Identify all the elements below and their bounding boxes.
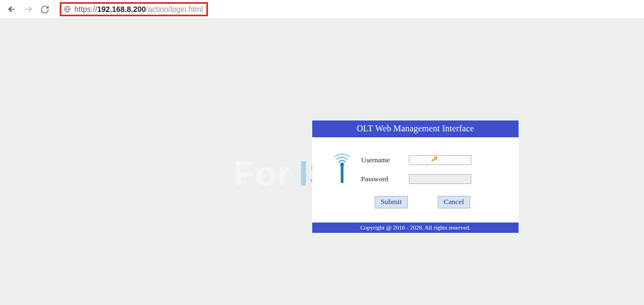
button-row: Submit Cancel bbox=[323, 196, 508, 208]
url-path: /action/login.html bbox=[146, 5, 203, 14]
globe-icon bbox=[64, 5, 71, 13]
back-button[interactable] bbox=[7, 4, 17, 15]
address-bar[interactable]: https://192.168.8.200/action/login.html bbox=[55, 2, 637, 17]
svg-point-7 bbox=[434, 156, 437, 160]
username-input[interactable] bbox=[409, 155, 471, 165]
url-text: https://192.168.8.200/action/login.html bbox=[74, 5, 203, 14]
page-body: ForISP OLT Web Management Interface Use bbox=[0, 19, 644, 305]
login-card: OLT Web Management Interface Username bbox=[312, 120, 519, 233]
watermark-part1: For bbox=[233, 154, 291, 193]
logo-column bbox=[323, 152, 361, 184]
cancel-button[interactable]: Cancel bbox=[438, 196, 470, 208]
svg-rect-6 bbox=[341, 166, 344, 183]
reload-button[interactable] bbox=[39, 4, 50, 15]
card-footer: Copyright @ 2016 - 2028. All rights rese… bbox=[312, 223, 519, 233]
svg-rect-9 bbox=[432, 161, 433, 162]
arrow-left-icon bbox=[7, 4, 17, 14]
password-label: Password bbox=[361, 175, 409, 183]
submit-button[interactable]: Submit bbox=[375, 196, 408, 208]
forward-button[interactable] bbox=[23, 4, 34, 15]
svg-rect-8 bbox=[432, 160, 434, 161]
url-host: 192.168.8.200 bbox=[97, 5, 146, 14]
reload-icon bbox=[40, 5, 49, 14]
url-highlight-box: https://192.168.8.200/action/login.html bbox=[60, 2, 208, 16]
card-title: OLT Web Management Interface bbox=[312, 120, 519, 137]
browser-toolbar: https://192.168.8.200/action/login.html bbox=[0, 0, 644, 19]
antenna-icon bbox=[331, 152, 353, 183]
password-input[interactable] bbox=[409, 174, 471, 184]
username-label: Username bbox=[361, 156, 409, 164]
card-body: Username Password bbox=[312, 137, 519, 223]
arrow-right-icon bbox=[23, 4, 33, 14]
url-protocol: https:// bbox=[74, 5, 97, 14]
key-icon bbox=[431, 155, 439, 163]
